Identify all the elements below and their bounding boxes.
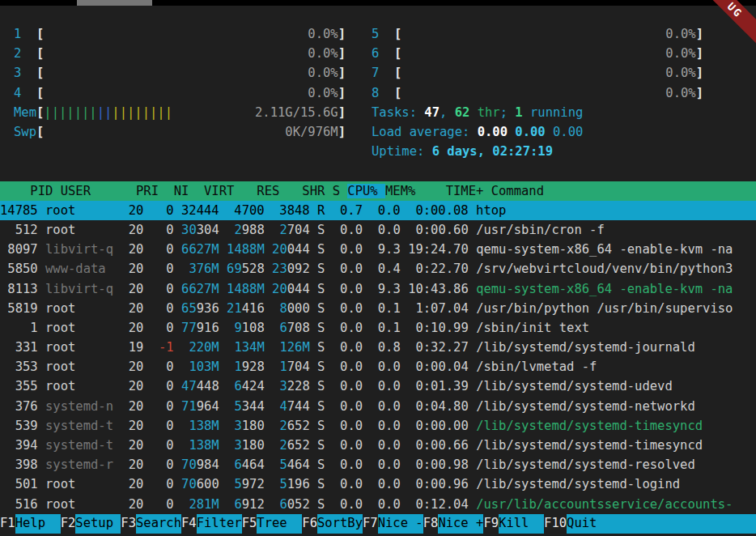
uptime-line: Uptime: 6 days, 02:27:19 [372,142,703,161]
cell-pri: 20 [121,223,143,237]
cpu-meter-value: 0.0% [665,44,695,63]
meter-fill: ||||||||||||||||| [44,103,255,122]
cell-time: 10:43.86 [408,282,469,296]
fkey-search[interactable]: F3Search [121,514,181,534]
cell-pid: 1 [0,321,38,335]
process-row-1[interactable]: 1 root 20 0 77916 9108 6708 S 0.0 0.1 0:… [0,318,756,338]
column-s[interactable]: S [333,184,348,198]
cell-command: /usr/lib/accountsservice/accounts- [476,497,733,512]
cell-pid: 5819 [0,301,38,316]
memory-meter: Mem[|||||||||||||||||2.11G/15.6G] [14,103,346,122]
process-row-5850[interactable]: 5850 www-data 20 0 376M 69528 23092 S 0.… [0,259,756,279]
cell-state: S [317,301,325,316]
uptime-value: 6 days, 02:27:19 [432,144,553,159]
cell-pid: 394 [0,438,38,453]
fkey-label: Filter [197,514,242,534]
meter-open-bracket: [ [36,44,44,63]
cpu-meter-8: 8 [0.0%] [372,83,703,103]
process-row-516[interactable]: 516 root 20 0 281M 6912 6052 S 0.0 0.0 0… [0,495,756,514]
mem-buffers-bars: || [97,105,113,120]
column-time[interactable]: TIME+ [423,184,491,198]
cell-pid: 331 [0,340,38,355]
process-row-376[interactable]: 376 systemd-n 20 0 71964 5344 4744 S 0.0… [0,397,756,416]
cell-cpu: 0.0 [333,282,363,296]
cell-mem: 0.1 [370,321,400,335]
meter-close-bracket: ] [338,24,346,44]
cell-command: /lib/systemd/systemd-logind [476,477,680,491]
column-user[interactable]: USER [61,184,136,198]
process-row-355[interactable]: 355 root 20 0 47448 6424 3228 S 0.0 0.0 … [0,376,756,396]
column-shr[interactable]: SHR [287,184,333,198]
cpu-meter-value: 0.0% [665,83,695,103]
cpu-meter-value: 0.0% [665,24,695,44]
cell-ni: 0 [151,242,174,257]
cell-pri: 20 [121,301,143,316]
process-row-14785[interactable]: 14785 root 20 0 32444 4700 3848 R 0.7 0.… [0,201,756,220]
column-res[interactable]: RES [242,184,287,198]
meter-close-bracket: ] [338,63,346,83]
cell-user: root [45,497,113,512]
column-mem[interactable]: MEM% [385,184,423,198]
fkey-quit[interactable]: F10Quit [544,514,756,534]
process-row-8097[interactable]: 8097 libvirt-q 20 0 6627M 1488M 20044 S … [0,240,756,259]
fkey-tree[interactable]: F5Tree [242,514,303,534]
fkey-nice-[interactable]: F8Nice + [423,514,484,534]
meter-close-bracket: ] [338,122,346,142]
cell-cpu: 0.0 [333,359,363,374]
cell-pid: 501 [0,477,38,491]
fkey-nice-[interactable]: F7Nice - [363,514,423,534]
process-row-331[interactable]: 331 root 19 -1 220M 134M 126M S 0.0 0.8 … [0,338,756,357]
process-row-512[interactable]: 512 root 20 0 30304 2988 2704 S 0.0 0.0 … [0,220,756,240]
cell-mem: 0.0 [370,438,400,453]
meters-left-column: 1 [0.0%]2 [0.0%]3 [0.0%]4 [0.0%]Mem[||||… [14,24,346,142]
process-row-398[interactable]: 398 systemd-r 20 0 70984 6464 5464 S 0.0… [0,455,756,474]
cell-command: /usr/sbin/cron -f [476,223,605,237]
column-pri[interactable]: PRI [136,184,166,198]
column-ni[interactable]: NI [166,184,196,198]
running-count: 1 [515,105,522,120]
column-command[interactable]: Command [491,184,544,198]
process-table: PID USER PRI NI VIRT RES SHR S CPU% MEM%… [0,181,756,514]
cell-pri: 20 [121,438,143,453]
process-row-8113[interactable]: 8113 libvirt-q 20 0 6627M 1488M 20044 S … [0,279,756,299]
cell-pri: 20 [121,399,143,414]
fkey-label: SortBy [317,514,363,534]
fkey-sortby[interactable]: F6SortBy [302,514,363,534]
cell-pri: 19 [121,340,143,355]
cpu-meter-5: 5 [0.0%] [372,24,703,44]
fkey-filter[interactable]: F4Filter [181,514,242,534]
cell-mem: 9.3 [370,282,400,296]
meter-open-bracket: [ [394,44,401,63]
fkey-setup[interactable]: F2Setup [61,514,121,534]
process-row-539[interactable]: 539 systemd-t 20 0 138M 3180 2652 S 0.0 … [0,416,756,436]
column-virt[interactable]: VIRT [197,184,242,198]
cell-cpu: 0.7 [333,203,363,218]
meters-right-column: 5 [0.0%]6 [0.0%]7 [0.0%]8 [0.0%]Tasks: 4… [372,24,703,161]
window-tab[interactable] [77,0,152,6]
cell-pid: 512 [0,223,38,237]
cell-cpu: 0.0 [333,301,363,316]
cpu-meter-label: 3 [14,63,36,83]
column-cpu[interactable]: CPU% [347,184,385,198]
cell-mem: 0.0 [370,399,400,414]
column-pid[interactable]: PID [15,184,61,198]
cell-pri: 20 [121,379,143,393]
process-row-394[interactable]: 394 systemd-t 20 0 138M 3180 2652 S 0.0 … [0,436,756,455]
cpu-meter-7: 7 [0.0%] [372,63,703,83]
cell-command: /sbin/init text [476,321,589,335]
cell-ni: 0 [151,419,174,433]
fkey-help[interactable]: F1Help [0,514,61,534]
process-row-353[interactable]: 353 root 20 0 103M 1928 1704 S 0.0 0.0 0… [0,357,756,376]
cell-pri: 20 [121,497,143,512]
mem-cache-bars: |||||||| [112,105,172,120]
fkey-label: Quit [567,514,756,534]
cell-time: 0:00.66 [408,438,469,453]
fkey-label: Setup [75,514,121,534]
process-row-501[interactable]: 501 root 20 0 70600 5972 5196 S 0.0 0.0 … [0,474,756,494]
cell-state: S [317,340,325,355]
fkey-kill[interactable]: F9Kill [483,514,544,534]
process-row-5819[interactable]: 5819 root 20 0 65936 21416 8000 S 0.0 0.… [0,299,756,318]
cell-ni: 0 [151,282,174,296]
meter-open-bracket: [ [36,103,44,122]
fkey-label: Kill [499,514,544,534]
